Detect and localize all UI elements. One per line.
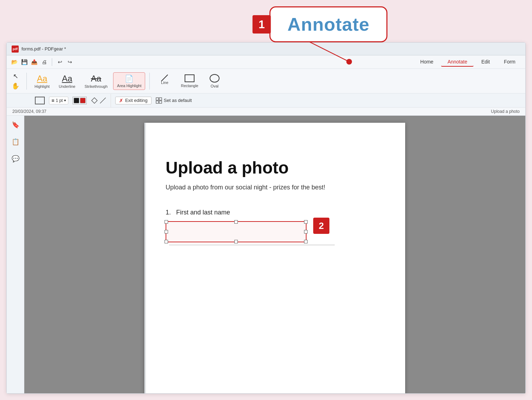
color-picker[interactable] (73, 97, 87, 104)
set-default-label: Set as default (164, 98, 192, 103)
highlight-icon: Aa (37, 74, 47, 84)
connector-tools (91, 97, 106, 104)
line-tool[interactable]: Line (154, 76, 175, 86)
svg-rect-7 (159, 101, 162, 103)
toolbar-icons: 📂 💾 📤 🖨 ↩ ↪ (10, 58, 74, 66)
callout-1: 1 Annotate (253, 6, 388, 42)
app-window: pdf forms.pdf - PDFgear * 📂 💾 📤 🖨 ↩ ↪ Ho… (6, 42, 526, 394)
rectangle-tool[interactable]: Rectangle (177, 73, 202, 90)
open-icon[interactable]: 📂 (10, 58, 19, 66)
rectangle-icon (185, 74, 194, 82)
svg-marker-2 (92, 98, 97, 103)
main-menu: Home Annotate Edit Form (414, 57, 522, 67)
field-box-1[interactable] (166, 221, 307, 242)
handle-tl[interactable] (165, 220, 168, 224)
content-area: 🔖 📋 💬 Upload a photo Upload a photo from… (7, 116, 525, 393)
menu-edit[interactable]: Edit (475, 57, 496, 67)
pdf-subtitle: Upload a photo from our social night - p… (166, 184, 384, 191)
highlight-tool[interactable]: Aa Highlight (31, 72, 53, 90)
svg-line-3 (100, 98, 106, 103)
undo-icon[interactable]: ↩ (56, 58, 64, 66)
handle-tm[interactable] (234, 220, 238, 224)
select-cursor-icon[interactable]: ↖ (13, 72, 18, 80)
shape-selector[interactable] (35, 97, 45, 104)
underline-tool[interactable]: Aa Underline (55, 72, 79, 90)
pdf-area: Upload a photo Upload a photo from our s… (24, 116, 525, 393)
form-field-1: 2 (166, 221, 307, 242)
left-sidebar: 🔖 📋 💬 (7, 116, 24, 393)
upload-label: Upload a photo (491, 109, 520, 114)
save-icon[interactable]: 💾 (20, 58, 29, 66)
annotate-toolbar: ↖ ✋ Aa Highlight Aa Underline Aa Striket… (7, 69, 525, 93)
area-highlight-label: Area Highlight (117, 84, 141, 88)
pdf-page: Upload a photo Upload a photo from our s… (144, 123, 405, 393)
strikethrough-tool[interactable]: Aa Strikethrough (81, 72, 111, 90)
menu-home[interactable]: Home (414, 57, 440, 67)
underline-icon: Aa (62, 74, 72, 84)
svg-rect-4 (156, 98, 159, 100)
window-title: forms.pdf - PDFgear * (21, 46, 66, 51)
strikethrough-label: Strikethrough (85, 84, 107, 89)
area-highlight-icon: 📄 (125, 74, 134, 83)
exit-editing-label: Exit editing (125, 98, 148, 103)
set-default-button[interactable]: Set as default (156, 97, 192, 104)
strikethrough-icon: Aa (91, 74, 101, 84)
sidebar-comments-icon[interactable]: 💬 (10, 153, 21, 164)
color-swatch-secondary[interactable] (80, 98, 86, 103)
timestamp-area: 20/03/2024, 09:37 Upload a photo (7, 108, 525, 116)
sub-toolbar: ≡ 1 pt ▾ ✗ Exit editing (7, 93, 525, 108)
callout-number-2: 2 (313, 218, 329, 234)
tool-separator-2 (149, 73, 150, 90)
area-highlight-tool[interactable]: 📄 Area Highlight (113, 72, 145, 90)
sidebar-bookmark-icon[interactable]: 🔖 (10, 119, 21, 131)
diamond-icon[interactable] (91, 97, 98, 104)
toolbar-separator (52, 58, 52, 66)
handle-ml[interactable] (165, 230, 168, 234)
exit-icon: ✗ (119, 98, 123, 103)
timestamp: 20/03/2024, 09:37 (12, 109, 47, 114)
app-icon: pdf (12, 46, 19, 53)
rectangle-label: Rectangle (181, 84, 198, 88)
handle-br[interactable] (304, 240, 308, 243)
sidebar-pages-icon[interactable]: 📋 (10, 136, 21, 147)
handle-mr[interactable] (304, 230, 308, 234)
highlight-label: Highlight (35, 84, 50, 89)
page-margin (144, 123, 146, 393)
handle-bl[interactable] (165, 240, 168, 243)
export-icon[interactable]: 📤 (30, 58, 38, 66)
svg-rect-6 (156, 101, 159, 103)
underline-label: Underline (59, 84, 75, 89)
menu-form[interactable]: Form (497, 57, 522, 67)
exit-editing-button[interactable]: ✗ Exit editing (115, 97, 151, 104)
set-default-icon (156, 97, 162, 104)
form-label-1: 1. First and last name (166, 209, 384, 216)
hand-cursor-icon[interactable]: ✋ (12, 82, 19, 90)
line-width-select[interactable]: ≡ 1 pt ▾ (49, 97, 68, 104)
handle-bm[interactable] (234, 240, 238, 243)
svg-point-1 (346, 59, 352, 65)
form-item-1: 1. First and last name (166, 209, 384, 244)
handle-tr[interactable] (304, 220, 308, 224)
title-bar: pdf forms.pdf - PDFgear * (7, 43, 525, 55)
redo-icon[interactable]: ↪ (66, 58, 74, 66)
sub-separator (111, 94, 111, 107)
print-icon[interactable]: 🖨 (40, 58, 48, 66)
cursor-tools: ↖ ✋ (12, 72, 19, 90)
callout-bubble-1: Annotate (270, 6, 388, 42)
color-swatch-primary[interactable] (74, 98, 79, 103)
oval-label: Oval (211, 84, 219, 88)
pdf-title: Upload a photo (166, 158, 384, 177)
oval-tool[interactable]: Oval (204, 72, 225, 90)
oval-icon (210, 74, 219, 83)
tool-separator-1 (26, 73, 27, 90)
line-label: Line (161, 80, 168, 85)
menu-bar: 📂 💾 📤 🖨 ↩ ↪ Home Annotate Edit Form (7, 55, 525, 69)
field-underline (169, 245, 335, 245)
diagonal-line-icon[interactable] (99, 97, 106, 104)
svg-rect-5 (159, 98, 162, 100)
line-width-value: 1 pt (56, 98, 63, 103)
callout-number-1: 1 (253, 15, 271, 34)
callout-label-1: Annotate (287, 14, 370, 35)
menu-annotate[interactable]: Annotate (441, 57, 474, 67)
